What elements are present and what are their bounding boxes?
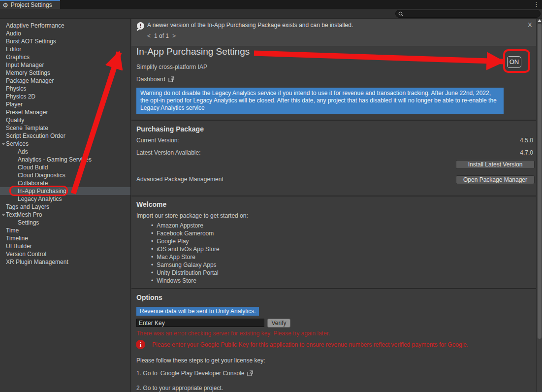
pager-prev-button[interactable]: <	[147, 33, 151, 39]
vertical-scrollbar[interactable]	[536, 19, 542, 392]
welcome-intro: Import our store package to get started …	[136, 212, 248, 219]
sidebar-item-physics-2d[interactable]: Physics 2D	[0, 93, 130, 100]
current-version-label: Current Version:	[136, 137, 179, 144]
scroll-up-arrow-icon[interactable]	[538, 19, 542, 22]
sidebar-item-quality[interactable]: Quality	[0, 116, 130, 124]
page-title: In-App Purchasing Settings	[136, 46, 250, 57]
external-link-icon	[168, 76, 174, 82]
sidebar-item-time[interactable]: Time	[0, 227, 130, 234]
sidebar-item-package-manager[interactable]: Package Manager	[0, 77, 130, 85]
latest-version-value: 4.7.0	[520, 149, 533, 156]
sidebar-item-analytics-gaming-services[interactable]: Analytics - Gaming Services	[0, 156, 130, 163]
step1-prefix: 1. Go to	[136, 370, 158, 377]
sidebar-item-scene-template[interactable]: Scene Template	[0, 124, 130, 132]
sidebar-item-cloud-build[interactable]: Cloud Build	[0, 163, 130, 171]
expand-caret-icon[interactable]	[1, 143, 5, 145]
package-update-banner: ! A newer version of the In-App Purchasi…	[131, 19, 536, 46]
expand-caret-icon[interactable]	[1, 214, 5, 216]
banner-close-button[interactable]: X	[528, 21, 532, 29]
sidebar-item-adaptive-performance[interactable]: Adaptive Performance	[0, 22, 130, 30]
store-list-item: •Unity Distribution Portal	[151, 269, 220, 277]
sidebar-item-input-manager[interactable]: Input Manager	[0, 61, 130, 69]
sidebar-item-timeline[interactable]: Timeline	[0, 234, 130, 242]
search-input[interactable]	[406, 11, 529, 17]
section-divider	[131, 120, 536, 121]
pager-next-button[interactable]: >	[172, 33, 176, 39]
sidebar-item-audio[interactable]: Audio	[0, 30, 130, 37]
legacy-analytics-warning: Warning do not disable the Legacy Analyt…	[136, 88, 504, 114]
store-list-item: •iOS and tvOs App Store	[151, 245, 220, 253]
sidebar-item-physics[interactable]: Physics	[0, 85, 130, 93]
sidebar-item-ui-builder[interactable]: UI Builder	[0, 242, 130, 250]
tab-title: Project Settings	[11, 1, 52, 8]
install-latest-version-button[interactable]: Install Latest Version	[456, 160, 535, 169]
sidebar-item-burst-aot-settings[interactable]: Burst AOT Settings	[0, 37, 130, 45]
section-divider	[131, 196, 536, 196]
store-list-item: •Mac App Store	[151, 253, 220, 261]
bullet-icon: •	[151, 246, 153, 253]
iap-toggle-on-button[interactable]: ON	[507, 56, 521, 68]
gear-icon: ⚙	[2, 2, 8, 8]
settings-toolbar	[0, 9, 542, 19]
bullet-icon: •	[151, 269, 153, 276]
license-key-input[interactable]	[136, 319, 264, 327]
store-list-item: •Samsung Galaxy Apps	[151, 261, 220, 269]
pager-count: 1 of 1	[154, 33, 169, 39]
bullet-icon: •	[151, 261, 153, 268]
store-list-item: •Windows Store	[151, 277, 220, 285]
options-heading: Options	[136, 294, 162, 301]
bullet-icon: •	[151, 277, 153, 284]
sidebar-item-graphics[interactable]: Graphics	[0, 53, 130, 61]
sidebar-item-preset-manager[interactable]: Preset Manager	[0, 108, 130, 116]
external-link-icon	[247, 370, 253, 376]
sidebar-item-editor[interactable]: Editor	[0, 45, 130, 53]
open-package-manager-button[interactable]: Open Package Manager	[456, 175, 535, 184]
sidebar-item-legacy-analytics[interactable]: Legacy Analytics	[0, 195, 130, 203]
latest-version-label: Latest Version Available:	[136, 149, 201, 156]
advanced-package-management-label: Advanced Package Management	[136, 176, 223, 183]
error-info-icon: i	[136, 340, 145, 349]
scrollbar-thumb[interactable]	[538, 24, 542, 339]
dashboard-link[interactable]: Dashboard	[136, 76, 174, 83]
verify-button[interactable]: Verify	[267, 319, 290, 327]
key-check-error-text: There was an error checking server for e…	[136, 330, 330, 337]
sidebar-item-textmesh-pro[interactable]: TextMesh Pro	[0, 211, 130, 219]
sidebar-item-ads[interactable]: Ads	[0, 148, 130, 156]
window-menu-kebab-icon[interactable]: ⋮	[533, 0, 540, 8]
license-steps-intro: Please follow these steps to get your li…	[136, 357, 265, 364]
welcome-heading: Welcome	[136, 200, 166, 208]
sidebar-item-version-control[interactable]: Version Control	[0, 250, 130, 258]
store-list-item: •Amazon Appstore	[151, 222, 220, 229]
banner-pager: < 1 of 1 >	[147, 33, 176, 39]
settings-main-panel: ! A newer version of the In-App Purchasi…	[131, 19, 536, 392]
sidebar-item-script-execution-order[interactable]: Script Execution Order	[0, 132, 130, 140]
bullet-icon: •	[151, 238, 153, 245]
sidebar-item-in-app-purchasing[interactable]: In-App Purchasing	[0, 187, 130, 195]
sidebar-item-xr-plugin-management[interactable]: XR Plugin Management	[0, 258, 130, 266]
bullet-icon: •	[151, 254, 153, 261]
banner-message: A newer version of the In-App Purchasing…	[147, 22, 353, 29]
sidebar-item-services[interactable]: Services	[0, 140, 130, 148]
analytics-notice-chip: Revenue data will be sent to Unity Analy…	[136, 307, 259, 316]
bullet-icon: •	[151, 222, 153, 229]
sidebar-item-cloud-diagnostics[interactable]: Cloud Diagnostics	[0, 171, 130, 179]
dashboard-link-label: Dashboard	[136, 76, 165, 83]
current-version-value: 4.5.0	[520, 137, 533, 144]
store-list-item: •Facebook Gameroom	[151, 229, 220, 237]
sidebar-item-memory-settings[interactable]: Memory Settings	[0, 69, 130, 77]
window-titlebar: ⚙ Project Settings ⋮	[0, 0, 542, 9]
settings-sidebar: Adaptive Performance Audio Burst AOT Set…	[0, 19, 131, 392]
search-box[interactable]	[395, 10, 541, 18]
google-play-console-link[interactable]: Google Play Developer Console	[160, 370, 245, 377]
sidebar-item-tags-and-layers[interactable]: Tags and Layers	[0, 203, 130, 211]
sidebar-item-textmesh-settings[interactable]: Settings	[0, 219, 130, 227]
google-key-warning-text: Please enter your Google Public Key for …	[152, 341, 468, 348]
license-step-2: 2. Go to your appropriate project.	[136, 385, 223, 392]
section-divider	[131, 288, 536, 289]
store-list-item: •Google Play	[151, 237, 220, 245]
tab-project-settings[interactable]: ⚙ Project Settings	[0, 0, 60, 9]
sidebar-item-collaborate[interactable]: Collaborate	[0, 179, 130, 187]
page-subtitle: Simplify cross-platform IAP	[136, 64, 207, 70]
purchasing-package-heading: Purchasing Package	[136, 125, 204, 133]
sidebar-item-player[interactable]: Player	[0, 100, 130, 108]
